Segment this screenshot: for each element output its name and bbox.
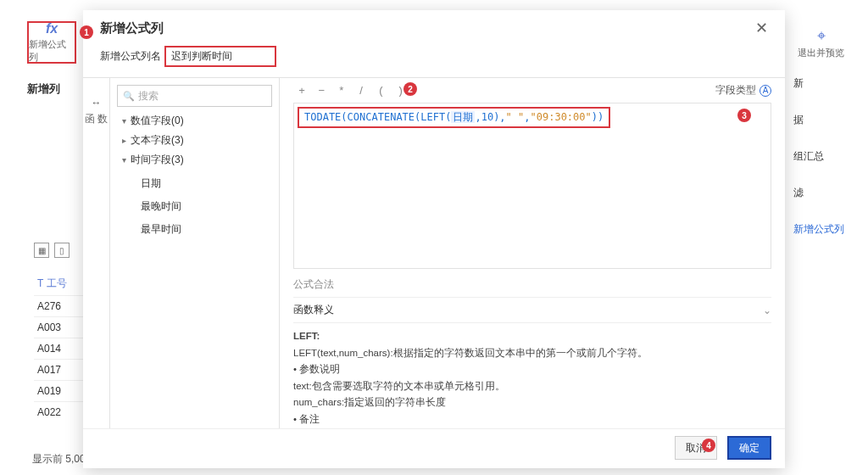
name-label: 新增公式列名 [100,49,161,64]
grid-view-icon[interactable]: ▦ [34,243,49,258]
tree-leaf[interactable]: 最晚时间 [122,195,272,218]
op-lparen[interactable]: ( [372,84,389,97]
op-div[interactable]: / [353,84,370,97]
footer-text: 显示前 5,00 [32,452,86,467]
tree-group-time[interactable]: 时间字段(3) [122,153,272,167]
operators: + − * / ( ) [293,84,409,97]
tree-group-text[interactable]: 文本字段(3) [122,133,272,148]
preview-icon: ⌖ [798,27,844,45]
table-row[interactable]: A003 [34,316,83,338]
table-row[interactable]: A022 [34,401,83,422]
type-a-icon: A [760,85,771,97]
fn-column[interactable]: ↔函 数 [83,78,110,428]
doc-fn-name: LEFT: [293,331,320,341]
bg-table: 工号 A276 A003 A014 A017 A019 A022 [34,271,83,422]
tree-leaf[interactable]: 最早时间 [122,218,272,241]
callout-badge-1: 1 [80,25,93,39]
doc-line: num_chars:指定返回的字符串长度 [293,397,446,407]
formula-panel: + − * / ( ) 字段类型A TODATE(CONCATENATE(LEF… [280,78,785,428]
right-link[interactable]: 新增公式列 [793,222,844,237]
op-minus[interactable]: − [313,84,330,97]
list-view-icon[interactable]: ▯ [54,243,70,258]
doc-line: LEFT(text,num_chars):根据指定的字符数返回文本串中的第一个或… [293,348,648,358]
modal-body: ↔函 数 搜索 数值字段(0) 文本字段(3) 时间字段(3) 日期 最晚时间 … [83,78,785,428]
right-link[interactable]: 滤 [793,186,844,200]
right-link[interactable]: 组汇总 [793,149,844,164]
field-type-label[interactable]: 字段类型A [715,83,771,98]
fn-column-label: ↔函 数 [85,95,108,127]
formula-modal: 新增公式列 ✕ 新增公式列名 迟到判断时间 2 ↔函 数 搜索 数值字段(0) … [83,10,785,468]
doc-title: 函数释义 [293,303,334,317]
op-mult[interactable]: * [333,84,350,97]
panel-title: 新增列 [27,81,60,97]
chevron-down-icon[interactable]: ⌄ [763,305,771,316]
formula-status: 公式合法 [293,277,771,292]
op-plus[interactable]: + [293,84,310,97]
modal-footer: 取消 确定 4 [83,428,785,468]
add-formula-col-button[interactable]: fx 新增公式列 [27,21,76,64]
exit-preview-button[interactable]: ⌖ 退出并预览 [798,27,844,59]
formula-highlight: TODATE(CONCATENATE(LEFT(日期,10)," ","09:3… [298,107,610,128]
modal-header: 新增公式列 ✕ [83,10,785,41]
doc-header[interactable]: 函数释义 ⌄ [293,297,771,323]
confirm-button[interactable]: 确定 [727,436,771,460]
name-input[interactable]: 迟到判断时间 [164,46,276,67]
callout-badge-4: 4 [702,439,715,452]
callout-badge-2: 2 [403,82,417,96]
doc-body: LEFT: LEFT(text,num_chars):根据指定的字符数返回文本串… [293,328,771,428]
table-row[interactable]: A276 [34,295,83,316]
field-tree: 数值字段(0) 文本字段(3) 时间字段(3) 日期 最晚时间 最早时间 [117,114,272,241]
ops-row: + − * / ( ) 字段类型A [280,78,785,103]
fields-panel: 搜索 数值字段(0) 文本字段(3) 时间字段(3) 日期 最晚时间 最早时间 [110,78,280,428]
column-header[interactable]: 工号 [34,271,83,295]
right-link[interactable]: 据 [793,113,844,127]
doc-line: • 备注 [293,414,320,424]
right-sidebar: 新 据 组汇总 滤 新增公式列 [793,76,844,259]
table-row[interactable]: A014 [34,338,83,359]
right-link[interactable]: 新 [793,76,844,91]
doc-line: • 参数说明 [293,364,340,374]
close-icon[interactable]: ✕ [755,19,768,37]
table-row[interactable]: A019 [34,380,83,401]
modal-title: 新增公式列 [100,20,164,36]
fx-label: 新增公式列 [29,38,75,64]
search-input[interactable]: 搜索 [117,85,272,107]
fx-icon: fx [46,21,58,36]
name-row: 新增公式列名 迟到判断时间 2 [83,41,785,78]
view-toggle[interactable]: ▦ ▯ [34,243,70,258]
table-row[interactable]: A017 [34,359,83,380]
tree-group-number[interactable]: 数值字段(0) [122,114,272,128]
preview-label: 退出并预览 [798,47,844,59]
doc-line: text:包含需要选取字符的文本串或单元格引用。 [293,381,505,391]
tree-leaf[interactable]: 日期 [122,172,272,195]
formula-editor[interactable]: TODATE(CONCATENATE(LEFT(日期,10)," ","09:3… [293,103,771,269]
callout-badge-3: 3 [737,109,751,122]
